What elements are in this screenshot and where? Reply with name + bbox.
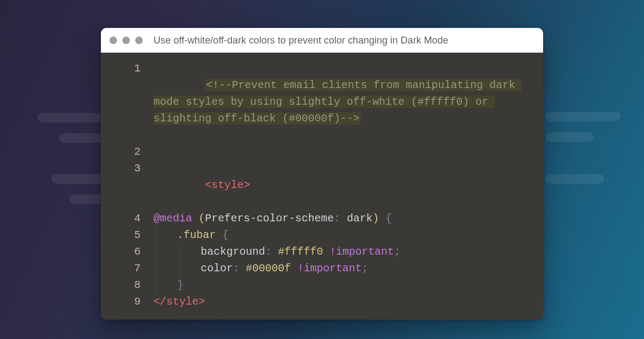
code-token-brace: }: [177, 279, 184, 291]
decor-bar: [52, 174, 105, 184]
window-title: Use off-white/off-dark colors to prevent…: [153, 35, 448, 46]
code-line: 6 background: #fffff0 !important;: [111, 243, 531, 260]
code-token-property: color: [201, 262, 233, 275]
window-control-minimize-icon[interactable]: [122, 37, 130, 44]
code-token-space: [272, 246, 278, 258]
window-control-zoom-icon[interactable]: [135, 37, 143, 44]
line-number: 9: [111, 293, 153, 310]
code-token-paren: (: [199, 212, 205, 225]
decor-bar: [38, 113, 102, 122]
decor-bar: [545, 174, 604, 184]
code-token-space: [216, 229, 222, 241]
code-token-tag: <style>: [205, 179, 250, 191]
code-token-value: #fffff0: [278, 246, 323, 258]
code-comment: <!--Prevent email clients from manipulat…: [153, 79, 522, 125]
code-line: 9 </style>: [111, 293, 531, 310]
code-token-space: [379, 212, 385, 225]
code-token-semi: ;: [362, 262, 368, 275]
line-number: 3: [111, 160, 153, 177]
code-editor-body[interactable]: 1 <!--Prevent email clients from manipul…: [101, 53, 543, 320]
code-token-brace: {: [222, 229, 229, 241]
line-number: 6: [111, 243, 153, 260]
code-token-property: background: [201, 246, 265, 258]
code-token-colon: :: [334, 212, 340, 225]
line-number: 5: [111, 227, 153, 243]
code-editor-window: Use off-white/off-dark colors to prevent…: [101, 28, 543, 320]
window-control-close-icon[interactable]: [109, 37, 117, 44]
code-token-colon: :: [233, 262, 239, 275]
code-token-atrule: @media: [153, 212, 192, 225]
code-token-space: [340, 212, 347, 225]
code-token-colon: :: [265, 246, 272, 258]
line-number: 4: [111, 210, 153, 227]
code-token-space: [323, 246, 330, 258]
window-title-bar: Use off-white/off-dark colors to prevent…: [101, 28, 543, 53]
code-line: 7 color: #00000f !important;: [111, 260, 531, 277]
line-number: 7: [111, 260, 153, 277]
decor-bar: [545, 132, 594, 142]
code-token-space: [192, 212, 199, 225]
line-number: 1: [111, 60, 153, 77]
code-token-ident: dark: [347, 212, 372, 225]
line-number: 8: [111, 277, 153, 293]
decor-bar: [545, 112, 620, 121]
code-token-important: !important: [330, 246, 394, 258]
code-token-space: [239, 262, 246, 275]
code-line: 3 <style>: [111, 160, 531, 210]
code-token-semi: ;: [394, 246, 400, 258]
code-token-ident: Prefers-color-scheme: [205, 212, 334, 225]
code-token-important: !important: [297, 262, 362, 275]
code-line: 5 .fubar {: [111, 227, 531, 243]
code-token-paren: ): [372, 212, 379, 225]
code-token-value: #00000f: [246, 262, 291, 275]
code-line: 8 }: [111, 277, 531, 293]
code-line: 1 <!--Prevent email clients from manipul…: [111, 60, 531, 143]
decor-bar: [59, 133, 107, 143]
code-token-selector: .fubar: [177, 229, 216, 241]
code-line: 2: [111, 143, 531, 160]
code-line: 4 @media (Prefers-color-scheme: dark) {: [111, 210, 531, 227]
code-token-tag: </style>: [153, 295, 205, 308]
code-token-brace: {: [385, 212, 392, 225]
line-number: 2: [111, 143, 153, 160]
code-token-space: [291, 262, 297, 275]
